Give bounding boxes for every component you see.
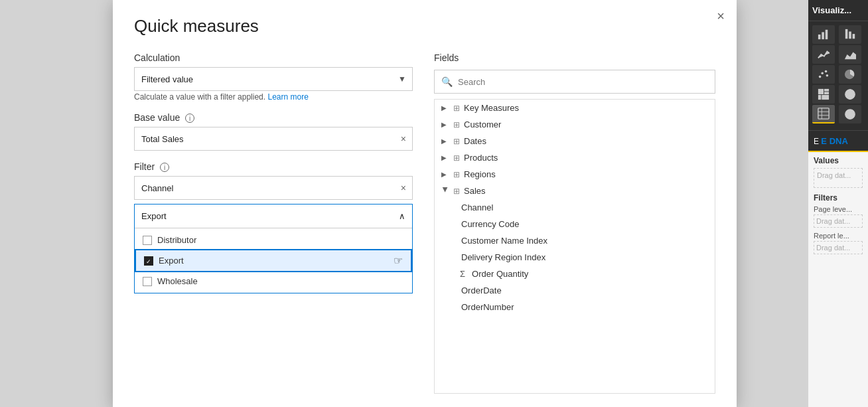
calculation-dropdown[interactable]: Filtered value — [134, 67, 413, 91]
filter-field-text: Channel — [141, 183, 173, 193]
viz-table-icon[interactable] — [812, 105, 835, 123]
base-value-wrapper: Total Sales × — [134, 127, 413, 151]
calculation-label: Calculation — [134, 52, 413, 63]
filter-info-icon[interactable]: i — [160, 163, 169, 172]
viz-column-icon[interactable] — [839, 25, 861, 44]
tree-item-delivery-region-index[interactable]: Delivery Region Index — [435, 249, 715, 266]
viz-globe-icon[interactable] — [839, 105, 861, 123]
fields-tree: ▶ ⊞ Key Measures ▶ ⊞ Customer ▶ ⊞ Dates — [434, 99, 715, 394]
tree-label-order-quantity: Order Quantity — [472, 269, 528, 279]
svg-point-7 — [819, 76, 822, 78]
tree-item-sales[interactable]: ▶ ⊞ Sales — [435, 183, 715, 199]
svg-rect-12 — [824, 89, 829, 92]
tree-item-currency-code[interactable]: Currency Code — [435, 216, 715, 232]
table-icon-sales: ⊞ — [453, 187, 460, 196]
learn-more-link[interactable]: Learn more — [267, 92, 308, 102]
tree-label-dates: Dates — [464, 136, 486, 146]
left-column: Calculation Filtered value ▼ Calculate a… — [134, 52, 413, 394]
values-label: Values — [814, 156, 863, 165]
table-icon-customer: ⊞ — [453, 120, 460, 129]
tree-label-orderdate: OrderDate — [461, 285, 502, 295]
tree-item-dates[interactable]: ▶ ⊞ Dates — [435, 133, 715, 149]
tree-label-currency-code: Currency Code — [461, 219, 519, 229]
chevron-icon-customer: ▶ — [441, 121, 449, 128]
fields-title: Fields — [434, 52, 715, 63]
viz-treemap-icon[interactable] — [812, 85, 835, 104]
search-input[interactable] — [458, 77, 708, 87]
viz-bar-icon[interactable] — [812, 25, 835, 44]
calculation-dropdown-wrapper: Filtered value ▼ — [134, 67, 413, 91]
filter-field-clear[interactable]: × — [401, 183, 406, 193]
svg-rect-14 — [818, 95, 822, 100]
tree-label-sales: Sales — [464, 186, 486, 196]
tree-item-products[interactable]: ▶ ⊞ Products — [435, 149, 715, 166]
chevron-icon-dates: ▶ — [441, 137, 449, 145]
tree-item-regions[interactable]: ▶ ⊞ Regions — [435, 166, 715, 183]
svg-point-23 — [845, 110, 855, 119]
tree-label-key-measures: Key Measures — [464, 103, 519, 113]
modal-body: Calculation Filtered value ▼ Calculate a… — [134, 52, 715, 394]
modal-title: Quick measures — [134, 16, 715, 37]
search-box[interactable]: 🔍 — [434, 70, 715, 94]
modal-dialog: × Quick measures Calculation Filtered va… — [113, 0, 737, 407]
table-icon-dates: ⊞ — [453, 137, 460, 146]
tree-item-channel[interactable]: Channel — [435, 199, 715, 216]
chevron-icon-regions: ▶ — [441, 171, 449, 178]
viz-map-icon[interactable] — [839, 85, 861, 104]
filter-checkbox-distributor[interactable] — [143, 236, 152, 245]
viz-area-icon[interactable] — [839, 45, 861, 64]
filter-dropdown-header[interactable]: Export ∧ — [135, 204, 412, 228]
brand-dna: E DNA — [821, 136, 847, 146]
values-drop-zone[interactable]: Drag dat... — [814, 168, 863, 188]
filter-selected-value: Export — [141, 211, 167, 221]
tree-label-ordernumber: OrderNumber — [461, 302, 514, 312]
table-icon-key-measures: ⊞ — [453, 104, 460, 113]
filter-dropdown-container: Export ∧ Distributor ✓ Export — [134, 204, 413, 293]
viz-scatter-icon[interactable] — [812, 65, 835, 84]
tree-label-channel: Channel — [461, 203, 493, 212]
svg-text:✓: ✓ — [146, 258, 151, 264]
tree-item-order-quantity[interactable]: Σ Order Quantity — [435, 266, 715, 282]
filters-label: Filters — [814, 193, 863, 203]
base-value-clear-button[interactable]: × — [401, 133, 406, 144]
filter-item-export[interactable]: ✓ Export ☞ — [135, 249, 412, 272]
viz-pie-icon[interactable] — [839, 65, 861, 84]
filter-item-distributor-label: Distributor — [157, 235, 196, 245]
tree-item-customer[interactable]: ▶ ⊞ Customer — [435, 116, 715, 133]
filter-checkbox-export[interactable]: ✓ — [144, 256, 153, 266]
filter-item-wholesale-label: Wholesale — [157, 276, 198, 286]
tree-label-delivery-region-index: Delivery Region Index — [461, 252, 545, 262]
filter-field-wrapper: Channel × — [134, 176, 413, 200]
svg-rect-4 — [849, 32, 851, 39]
tree-item-customer-name-index[interactable]: Customer Name Index — [435, 232, 715, 249]
filter-dropdown-arrow-up: ∧ — [399, 211, 405, 221]
filter-item-wholesale[interactable]: Wholesale — [135, 272, 412, 290]
svg-rect-11 — [818, 89, 824, 94]
svg-rect-2 — [826, 30, 828, 39]
tree-label-customer: Customer — [464, 120, 501, 129]
base-value-info-icon[interactable]: i — [185, 114, 194, 123]
filters-report-drop[interactable]: Drag dat... — [814, 241, 863, 254]
table-icon-products: ⊞ — [453, 153, 460, 163]
tree-item-orderdate[interactable]: OrderDate — [435, 282, 715, 299]
right-column: Fields 🔍 ▶ ⊞ Key Measures ▶ ⊞ Customer — [434, 52, 715, 394]
filter-item-export-label: Export — [159, 256, 184, 266]
viz-line-icon[interactable] — [812, 45, 835, 64]
base-value-label: Base value i — [134, 112, 413, 123]
filters-page-drop[interactable]: Drag dat... — [814, 214, 863, 228]
base-value-text: Total Sales — [141, 134, 184, 144]
modal-close-button[interactable]: × — [717, 9, 725, 23]
svg-rect-15 — [822, 95, 829, 100]
tree-item-ordernumber[interactable]: OrderNumber — [435, 299, 715, 315]
svg-point-9 — [825, 70, 828, 73]
calculation-section: Calculation Filtered value ▼ Calculate a… — [134, 52, 413, 102]
filter-item-distributor[interactable]: Distributor — [135, 231, 412, 249]
svg-marker-6 — [845, 52, 856, 59]
filter-checkbox-wholesale[interactable] — [143, 277, 152, 286]
chevron-icon-products: ▶ — [441, 154, 449, 161]
cursor-icon: ☞ — [394, 254, 403, 267]
svg-rect-1 — [822, 32, 824, 39]
tree-label-customer-name-index: Customer Name Index — [461, 236, 547, 246]
tree-item-key-measures[interactable]: ▶ ⊞ Key Measures — [435, 100, 715, 116]
filter-field: Channel — [134, 176, 413, 200]
